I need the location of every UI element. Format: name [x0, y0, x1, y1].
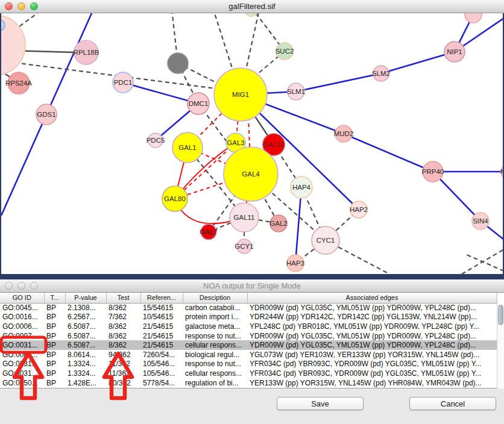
column-header-test[interactable]: Test [106, 293, 140, 303]
column-header-description[interactable]: Desciption [183, 293, 247, 303]
cell-test: 11/362 [106, 369, 140, 378]
cell-type: BP [44, 369, 65, 378]
cell-test: 8/362 [106, 322, 140, 331]
node-label-SLM1: SLM1 [287, 88, 305, 95]
cell-go_id: GO:0050... [0, 378, 44, 388]
cancel-button[interactable]: Cancel [409, 397, 496, 410]
node-label-HAP4: HAP4 [292, 184, 311, 191]
cell-description: protein import i... [183, 313, 247, 322]
cell-type: BP [44, 313, 65, 322]
node-label-MUD2: MUD2 [334, 130, 354, 137]
table-row[interactable]: GO:0031...BP1.3324...11/362105/546...res… [0, 360, 497, 369]
node-label-CYC1: CYC1 [317, 237, 335, 244]
cell-type: BP [44, 350, 65, 360]
node-label-HAP2: HAP2 [350, 206, 368, 213]
cell-edges: YDR009W (pd) YGL035C, YML051W (pp) YDR00… [247, 340, 497, 350]
close-button[interactable] [5, 282, 13, 290]
node-label-HAP3: HAP3 [286, 260, 304, 267]
zoom-button[interactable] [30, 282, 38, 290]
node-label-MIG1: MIG1 [232, 91, 249, 98]
cell-reference: 5778/54... [140, 378, 183, 388]
table-row[interactable]: GO:0050...BP1.428E...80/3625778/54...reg… [0, 378, 497, 388]
cell-edges: YDR244W (pp) YDR142C, YDR142C (pp) YGL15… [247, 313, 497, 322]
cell-edges: YER133W (pp) YOR315W, YNL145W (pd) YHR08… [247, 378, 497, 388]
table-row[interactable]: GO:0007...BP6.5087...8/36221/54615respon… [0, 331, 497, 341]
noa-window-titlebar[interactable]: NOA output for Single Mode [0, 279, 504, 293]
node-label-DMC1: DMC1 [189, 100, 209, 107]
table-row[interactable]: GO:0031...BP6.5087...8/36221/54615cellul… [0, 340, 497, 350]
node-top-node[interactable] [244, 13, 259, 16]
close-button[interactable] [5, 2, 13, 10]
cell-description: cellular respons... [183, 369, 247, 378]
node-pink-tr[interactable] [465, 13, 482, 23]
cell-type: BP [44, 340, 65, 350]
table-row[interactable]: GO:0016...BP6.2567...7/36210/54615protei… [0, 313, 497, 322]
column-header-edges[interactable]: Associated edges [247, 293, 497, 303]
node-label-SLM2: SLM2 [372, 70, 390, 77]
node-label-PDC5: PDC5 [146, 137, 165, 144]
node-label-RPS24A: RPS24A [5, 80, 32, 87]
cell-edges: YDR009W (pd) YGL035C, YML051W (pp) YDR00… [247, 331, 497, 341]
cell-reference: 105/546... [140, 360, 183, 369]
node-label-PRP40: PRP40 [422, 168, 444, 175]
cell-p_value: 6.5087... [65, 322, 106, 331]
network-svg[interactable]: RPL18BRPS24AGDS1PDC1SUC2MIG1SLM1SLM2NIP1… [1, 13, 503, 274]
cell-test: 94/362 [106, 350, 140, 360]
noa-window-controls [5, 282, 38, 290]
column-header-p_value[interactable]: P-value [65, 293, 106, 303]
cell-edges: YFR034C (pd) YBR093C, YDR009W (pd) YGL03… [247, 360, 497, 369]
graph-window-title: galFiltered.sif [228, 2, 275, 11]
minimize-button[interactable] [17, 2, 25, 10]
cell-p_value: 2.1308... [65, 303, 106, 313]
cell-go_id: GO:0065... [0, 350, 44, 360]
cell-type: BP [44, 303, 65, 313]
cell-reference: 21/54615 [140, 340, 183, 350]
node-label-GAL11: GAL11 [234, 214, 255, 221]
table-row[interactable]: GO:0006...BP6.5087...8/36221/54615galact… [0, 322, 497, 331]
node-label-GAL4: GAL4 [242, 170, 260, 178]
network-edge[interactable] [381, 52, 455, 73]
network-edge[interactable] [296, 73, 381, 92]
cell-type: BP [44, 360, 65, 369]
column-header-reference[interactable]: Referen... [140, 293, 183, 303]
column-header-go_id[interactable]: GO ID [0, 293, 44, 303]
save-button[interactable]: Save [277, 397, 364, 410]
cell-type: BP [44, 378, 65, 388]
cell-type: BP [44, 322, 65, 331]
cell-go_id: GO:0016... [0, 313, 44, 322]
noa-table-body: GO:0045...BP2.1308...8/36215/54615carbon… [0, 303, 497, 387]
node-label-GAL10: GAL10 [263, 141, 285, 148]
cell-reference: 21/54615 [140, 331, 183, 341]
column-header-type[interactable]: T... [44, 293, 65, 303]
graph-window-titlebar[interactable]: galFiltered.sif [0, 0, 504, 13]
zoom-button[interactable] [30, 2, 38, 10]
cell-reference: 15/54615 [140, 303, 183, 313]
network-edge[interactable] [295, 187, 301, 263]
cell-go_id: GO:0045... [0, 303, 44, 313]
node-gray-node[interactable] [168, 53, 188, 73]
table-row[interactable]: GO:0045...BP2.1308...8/36215/54615carbon… [0, 303, 497, 313]
node-label-GAL7: GAL7 [200, 228, 217, 235]
cell-test: 8/362 [106, 303, 140, 313]
cell-edges: YDR009W (pd) YGL035C, YML051W (pp) YDR00… [247, 303, 497, 313]
cell-description: cellular respons... [183, 340, 247, 350]
cell-type: BP [44, 331, 65, 341]
table-row[interactable]: GO:0031...BP1.3324...11/362105/546...cel… [0, 369, 497, 378]
cell-description: regulation of bi... [183, 378, 247, 388]
table-row[interactable]: GO:0065...BP8.0614...94/3627260/54...bio… [0, 350, 497, 360]
minimize-button[interactable] [17, 282, 25, 290]
table-scrollbar[interactable] [497, 304, 504, 388]
cell-p_value: 1.3324... [65, 360, 106, 369]
cell-go_id: GO:0007... [0, 331, 44, 341]
cell-test: 8/362 [106, 340, 140, 350]
cell-p_value: 6.2567... [65, 313, 106, 322]
scrollbar-thumb[interactable] [498, 305, 503, 325]
cell-p_value: 1.3324... [65, 369, 106, 378]
cell-reference: 10/54615 [140, 313, 183, 322]
network-edge[interactable] [344, 134, 433, 172]
node-label-SUC2: SUC2 [276, 48, 294, 55]
cell-description: carbon cataboli... [183, 303, 247, 313]
noa-window-title: NOA output for Single Mode [203, 281, 301, 290]
network-edge[interactable] [123, 83, 198, 104]
node-label-GCY1: GCY1 [235, 243, 253, 250]
